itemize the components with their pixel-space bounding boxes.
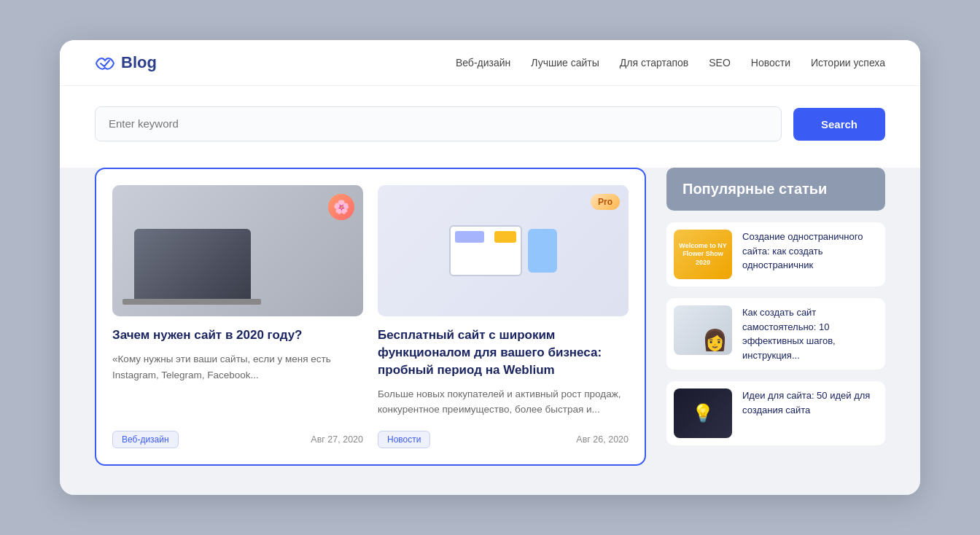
thumb-bulbs: 💡 [674,388,732,438]
search-input-wrap[interactable] [95,106,782,141]
thumb-person [674,305,732,355]
article-meta-2: Новости Авг 26, 2020 [378,431,629,448]
search-section: Search [60,86,920,168]
search-input[interactable] [109,117,768,130]
badge-pro: Pro [591,194,620,210]
logo-icon [95,55,115,71]
main-nav: Веб-дизайн Лучшие сайты Для стартапов SE… [456,57,885,69]
article-card-2[interactable]: Pro Бесплатный сайт с широким функционал… [378,185,629,448]
thumb-yellow: Welcome to NY Flower Show 2020 [674,230,732,279]
nav-web-design[interactable]: Веб-дизайн [456,57,510,69]
article-title-1: Зачем нужен сайт в 2020 году? [112,327,363,344]
popular-thumb-2 [674,305,732,355]
logo-text: Blog [121,53,157,72]
popular-item-3[interactable]: 💡 Идеи для сайта: 50 идей для создания с… [666,381,885,445]
logo[interactable]: Blog [95,53,157,72]
article-tag-1[interactable]: Веб-дизайн [112,431,179,448]
popular-thumb-1: Welcome to NY Flower Show 2020 [674,230,732,279]
illus-content [402,202,603,300]
article-excerpt-2: Больше новых покупателей и активный рост… [378,386,629,418]
article-tag-2[interactable]: Новости [378,431,430,448]
article-excerpt-1: «Кому нужны эти ваши сайты, если у меня … [112,351,363,418]
popular-text-3: Идеи для сайта: 50 идей для создания сай… [742,388,878,417]
article-title-2: Бесплатный сайт с широким функционалом д… [378,327,629,378]
browser-window: Blog Веб-дизайн Лучшие сайты Для стартап… [60,40,920,495]
nav-success[interactable]: Истории успеха [811,57,885,69]
nav-news[interactable]: Новости [751,57,790,69]
article-date-2: Авг 26, 2020 [576,434,629,445]
popular-item-2[interactable]: Как создать сайт самостоятельно: 10 эффе… [666,298,885,370]
popular-text-1: Создание одностраничного сайта: как созд… [742,230,878,273]
popular-thumb-3: 💡 [674,388,732,438]
article-image-2: Pro [378,185,629,316]
popular-item-1[interactable]: Welcome to NY Flower Show 2020 Создание … [666,222,885,286]
nav-best-sites[interactable]: Лучшие сайты [531,57,599,69]
main-content: 🌸 Зачем нужен сайт в 2020 году? «Кому ну… [60,168,920,495]
popular-text-2: Как создать сайт самостоятельно: 10 эффе… [742,305,878,362]
illus-screen [449,225,522,276]
nav-startups[interactable]: Для стартапов [620,57,689,69]
site-header: Blog Веб-дизайн Лучшие сайты Для стартап… [60,40,920,86]
thumb-text-1: Welcome to NY Flower Show 2020 [678,242,728,268]
nav-seo[interactable]: SEO [709,57,731,69]
article-image-1: 🌸 [112,185,363,316]
article-meta-1: Веб-дизайн Авг 27, 2020 [112,431,363,448]
badge-flower: 🌸 [328,194,354,220]
search-button[interactable]: Search [793,108,885,141]
sidebar: Популярные статьи Welcome to NY Flower S… [666,168,885,445]
illus-figure [528,229,557,273]
laptop-image [112,185,363,316]
featured-section: 🌸 Зачем нужен сайт в 2020 году? «Кому ну… [95,168,646,466]
sidebar-heading: Популярные статьи [666,168,885,211]
article-date-1: Авг 27, 2020 [311,434,363,445]
article-card-1[interactable]: 🌸 Зачем нужен сайт в 2020 году? «Кому ну… [112,185,363,448]
